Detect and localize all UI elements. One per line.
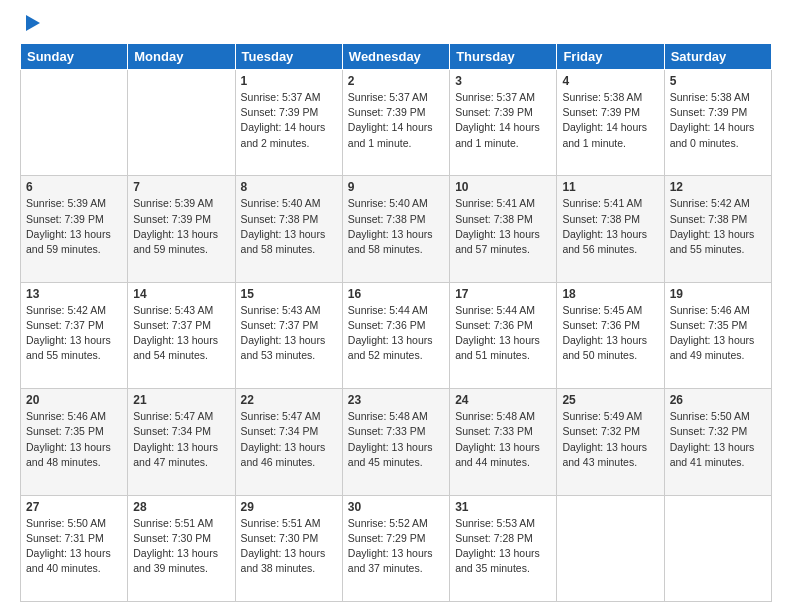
day-info-line: and 1 minute. bbox=[562, 136, 658, 151]
day-info-line: Daylight: 14 hours bbox=[348, 120, 444, 135]
day-info-line: and 45 minutes. bbox=[348, 455, 444, 470]
calendar-cell: 15Sunrise: 5:43 AMSunset: 7:37 PMDayligh… bbox=[235, 282, 342, 388]
day-number: 21 bbox=[133, 393, 229, 407]
day-info-line: Sunrise: 5:49 AM bbox=[562, 409, 658, 424]
day-info-line: and 55 minutes. bbox=[670, 242, 766, 257]
day-info-line: Sunrise: 5:47 AM bbox=[133, 409, 229, 424]
day-info-line: Sunrise: 5:42 AM bbox=[26, 303, 122, 318]
calendar-header-monday: Monday bbox=[128, 44, 235, 70]
calendar-header-thursday: Thursday bbox=[450, 44, 557, 70]
day-info-line: Daylight: 13 hours bbox=[670, 227, 766, 242]
day-info-line: Sunrise: 5:41 AM bbox=[562, 196, 658, 211]
day-info-line: Sunset: 7:39 PM bbox=[26, 212, 122, 227]
day-info: Sunrise: 5:40 AMSunset: 7:38 PMDaylight:… bbox=[241, 196, 337, 257]
calendar-cell: 1Sunrise: 5:37 AMSunset: 7:39 PMDaylight… bbox=[235, 70, 342, 176]
day-info-line: and 52 minutes. bbox=[348, 348, 444, 363]
calendar-cell bbox=[128, 70, 235, 176]
day-info: Sunrise: 5:48 AMSunset: 7:33 PMDaylight:… bbox=[348, 409, 444, 470]
day-info: Sunrise: 5:51 AMSunset: 7:30 PMDaylight:… bbox=[133, 516, 229, 577]
calendar-cell: 31Sunrise: 5:53 AMSunset: 7:28 PMDayligh… bbox=[450, 495, 557, 601]
day-number: 28 bbox=[133, 500, 229, 514]
day-info-line: Daylight: 14 hours bbox=[455, 120, 551, 135]
calendar-header-row: SundayMondayTuesdayWednesdayThursdayFrid… bbox=[21, 44, 772, 70]
day-info-line: Daylight: 13 hours bbox=[670, 333, 766, 348]
day-number: 16 bbox=[348, 287, 444, 301]
calendar-week-row: 20Sunrise: 5:46 AMSunset: 7:35 PMDayligh… bbox=[21, 389, 772, 495]
day-number: 18 bbox=[562, 287, 658, 301]
day-info-line: Sunset: 7:36 PM bbox=[348, 318, 444, 333]
day-info: Sunrise: 5:39 AMSunset: 7:39 PMDaylight:… bbox=[26, 196, 122, 257]
day-info: Sunrise: 5:40 AMSunset: 7:38 PMDaylight:… bbox=[348, 196, 444, 257]
day-number: 3 bbox=[455, 74, 551, 88]
calendar-cell: 9Sunrise: 5:40 AMSunset: 7:38 PMDaylight… bbox=[342, 176, 449, 282]
day-info-line: Daylight: 13 hours bbox=[133, 333, 229, 348]
day-info-line: and 44 minutes. bbox=[455, 455, 551, 470]
day-number: 23 bbox=[348, 393, 444, 407]
day-info: Sunrise: 5:48 AMSunset: 7:33 PMDaylight:… bbox=[455, 409, 551, 470]
day-info-line: Daylight: 13 hours bbox=[241, 440, 337, 455]
day-info-line: and 39 minutes. bbox=[133, 561, 229, 576]
day-info: Sunrise: 5:44 AMSunset: 7:36 PMDaylight:… bbox=[455, 303, 551, 364]
day-number: 27 bbox=[26, 500, 122, 514]
day-info-line: and 51 minutes. bbox=[455, 348, 551, 363]
day-info-line: Sunrise: 5:43 AM bbox=[133, 303, 229, 318]
day-info-line: Sunrise: 5:38 AM bbox=[562, 90, 658, 105]
calendar-cell: 26Sunrise: 5:50 AMSunset: 7:32 PMDayligh… bbox=[664, 389, 771, 495]
calendar-cell: 29Sunrise: 5:51 AMSunset: 7:30 PMDayligh… bbox=[235, 495, 342, 601]
calendar-week-row: 6Sunrise: 5:39 AMSunset: 7:39 PMDaylight… bbox=[21, 176, 772, 282]
svg-marker-0 bbox=[26, 15, 40, 31]
calendar-body: 1Sunrise: 5:37 AMSunset: 7:39 PMDaylight… bbox=[21, 70, 772, 602]
calendar-cell: 28Sunrise: 5:51 AMSunset: 7:30 PMDayligh… bbox=[128, 495, 235, 601]
logo-icon bbox=[22, 13, 44, 35]
day-info-line: Daylight: 13 hours bbox=[348, 546, 444, 561]
day-info: Sunrise: 5:42 AMSunset: 7:38 PMDaylight:… bbox=[670, 196, 766, 257]
calendar-cell: 12Sunrise: 5:42 AMSunset: 7:38 PMDayligh… bbox=[664, 176, 771, 282]
calendar-cell: 20Sunrise: 5:46 AMSunset: 7:35 PMDayligh… bbox=[21, 389, 128, 495]
day-info-line: Sunrise: 5:42 AM bbox=[670, 196, 766, 211]
day-info-line: Daylight: 13 hours bbox=[455, 333, 551, 348]
day-info-line: Daylight: 14 hours bbox=[670, 120, 766, 135]
day-info-line: and 35 minutes. bbox=[455, 561, 551, 576]
day-info-line: Daylight: 13 hours bbox=[348, 440, 444, 455]
day-info-line: and 41 minutes. bbox=[670, 455, 766, 470]
day-info-line: Daylight: 13 hours bbox=[562, 227, 658, 242]
day-info-line: Sunrise: 5:50 AM bbox=[26, 516, 122, 531]
day-number: 13 bbox=[26, 287, 122, 301]
day-info-line: and 37 minutes. bbox=[348, 561, 444, 576]
day-info-line: and 55 minutes. bbox=[26, 348, 122, 363]
day-info-line: Sunset: 7:39 PM bbox=[133, 212, 229, 227]
day-info-line: Sunset: 7:30 PM bbox=[241, 531, 337, 546]
calendar-cell: 23Sunrise: 5:48 AMSunset: 7:33 PMDayligh… bbox=[342, 389, 449, 495]
calendar-week-row: 13Sunrise: 5:42 AMSunset: 7:37 PMDayligh… bbox=[21, 282, 772, 388]
day-info: Sunrise: 5:52 AMSunset: 7:29 PMDaylight:… bbox=[348, 516, 444, 577]
day-info-line: Sunrise: 5:40 AM bbox=[348, 196, 444, 211]
day-info-line: Sunset: 7:37 PM bbox=[133, 318, 229, 333]
day-info-line: Sunset: 7:33 PM bbox=[348, 424, 444, 439]
day-info-line: Sunrise: 5:45 AM bbox=[562, 303, 658, 318]
calendar-cell: 5Sunrise: 5:38 AMSunset: 7:39 PMDaylight… bbox=[664, 70, 771, 176]
day-number: 1 bbox=[241, 74, 337, 88]
day-number: 8 bbox=[241, 180, 337, 194]
day-info-line: Sunrise: 5:38 AM bbox=[670, 90, 766, 105]
day-number: 20 bbox=[26, 393, 122, 407]
day-info-line: Daylight: 13 hours bbox=[26, 227, 122, 242]
day-number: 5 bbox=[670, 74, 766, 88]
calendar-cell: 27Sunrise: 5:50 AMSunset: 7:31 PMDayligh… bbox=[21, 495, 128, 601]
day-info-line: Sunrise: 5:50 AM bbox=[670, 409, 766, 424]
day-info-line: and 54 minutes. bbox=[133, 348, 229, 363]
day-number: 24 bbox=[455, 393, 551, 407]
day-info-line: Daylight: 13 hours bbox=[241, 546, 337, 561]
calendar-cell bbox=[664, 495, 771, 601]
day-number: 2 bbox=[348, 74, 444, 88]
day-info: Sunrise: 5:38 AMSunset: 7:39 PMDaylight:… bbox=[562, 90, 658, 151]
day-number: 6 bbox=[26, 180, 122, 194]
day-info-line: Sunrise: 5:52 AM bbox=[348, 516, 444, 531]
day-info: Sunrise: 5:45 AMSunset: 7:36 PMDaylight:… bbox=[562, 303, 658, 364]
day-info-line: Sunrise: 5:41 AM bbox=[455, 196, 551, 211]
day-info-line: Sunset: 7:39 PM bbox=[670, 105, 766, 120]
day-info-line: Sunrise: 5:37 AM bbox=[241, 90, 337, 105]
day-info-line: and 58 minutes. bbox=[348, 242, 444, 257]
day-info: Sunrise: 5:51 AMSunset: 7:30 PMDaylight:… bbox=[241, 516, 337, 577]
day-info-line: and 56 minutes. bbox=[562, 242, 658, 257]
day-number: 4 bbox=[562, 74, 658, 88]
